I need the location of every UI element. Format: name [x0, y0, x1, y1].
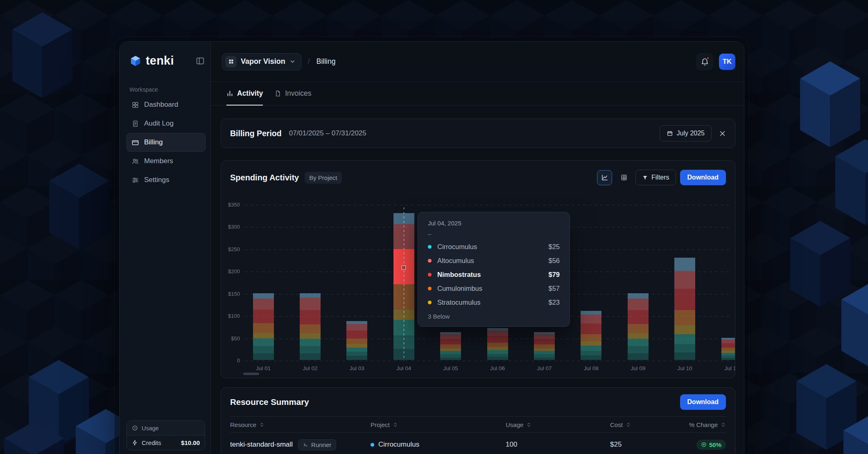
bar-segment[interactable]: [721, 353, 735, 356]
bar-segment[interactable]: [300, 346, 321, 353]
avatar[interactable]: TK: [719, 54, 735, 70]
bar-segment[interactable]: [628, 346, 649, 353]
column-header-project[interactable]: Project: [371, 421, 506, 428]
bar-segment[interactable]: [721, 351, 735, 353]
bar-segment[interactable]: [581, 324, 601, 334]
month-chip[interactable]: July 2025: [660, 125, 712, 142]
bar-segment[interactable]: [253, 299, 274, 310]
download-button[interactable]: Download: [680, 170, 726, 185]
chart-view-button[interactable]: [597, 170, 612, 185]
bar-segment[interactable]: [487, 350, 508, 354]
bar-segment[interactable]: [300, 324, 321, 333]
bar-segment[interactable]: [674, 353, 695, 360]
close-icon[interactable]: [719, 130, 726, 137]
bar-segment[interactable]: [487, 336, 508, 342]
bar-segment[interactable]: [346, 321, 367, 324]
bar-segment[interactable]: [487, 357, 508, 360]
bar-segment[interactable]: [581, 311, 601, 315]
bar-segment[interactable]: [628, 324, 649, 333]
bar-segment[interactable]: [440, 334, 461, 339]
bar-segment[interactable]: [674, 271, 695, 289]
table-view-button[interactable]: [616, 170, 631, 185]
bar-segment[interactable]: [721, 343, 735, 348]
bar-segment[interactable]: [440, 332, 461, 334]
bar-segment[interactable]: [440, 351, 461, 354]
bar-segment[interactable]: [534, 344, 555, 348]
bar-segment[interactable]: [253, 353, 274, 360]
bar-segment[interactable]: [534, 354, 555, 357]
workspace-switcher[interactable]: Vapor Vision: [222, 53, 301, 70]
bar-segment[interactable]: [721, 358, 735, 360]
spending-chart[interactable]: $350$300$250$200$150$100$500Jul 01Jul 02…: [221, 198, 735, 378]
bar-segment[interactable]: [581, 334, 601, 341]
bar-segment[interactable]: [300, 310, 321, 324]
bar-segment[interactable]: [674, 258, 695, 271]
bar-segment[interactable]: [581, 351, 601, 355]
tab-activity[interactable]: Activity: [226, 82, 263, 105]
bar-segment[interactable]: [721, 339, 735, 343]
column-header-usage[interactable]: Usage: [506, 421, 610, 428]
bar-segment[interactable]: [674, 344, 695, 353]
bar-segment[interactable]: [487, 328, 508, 331]
bar-segment[interactable]: [346, 344, 367, 348]
bar-segment[interactable]: [346, 348, 367, 352]
tab-invoices[interactable]: Invoices: [274, 82, 311, 105]
bar-segment[interactable]: [487, 330, 508, 336]
bar-segment[interactable]: [346, 352, 367, 356]
column-header-cost[interactable]: Cost: [610, 421, 684, 428]
bar-segment[interactable]: [674, 325, 695, 334]
sidebar-item-dashboard[interactable]: Dashboard: [127, 95, 206, 114]
sidebar-collapse-icon[interactable]: [196, 56, 205, 65]
bar-segment[interactable]: [628, 293, 649, 299]
bar-segment[interactable]: [253, 293, 274, 299]
credits-row[interactable]: Credits $10.00: [127, 435, 205, 450]
bar-segment[interactable]: [628, 299, 649, 310]
bar-segment[interactable]: [487, 354, 508, 357]
bar-segment[interactable]: [628, 310, 649, 324]
bar-segment[interactable]: [721, 348, 735, 351]
bar-segment[interactable]: [346, 339, 367, 344]
bar-segment[interactable]: [534, 357, 555, 360]
bar-segment[interactable]: [440, 339, 461, 344]
bar-segment[interactable]: [346, 356, 367, 360]
bar-segment[interactable]: [300, 353, 321, 360]
bar-segment[interactable]: [534, 334, 555, 339]
bar-segment[interactable]: [581, 315, 601, 324]
bar-segment[interactable]: [628, 339, 649, 346]
bar-segment[interactable]: [674, 310, 695, 325]
bar-segment[interactable]: [581, 346, 601, 351]
bar-segment[interactable]: [721, 355, 735, 357]
bar-segment[interactable]: [440, 357, 461, 360]
bar-segment[interactable]: [534, 332, 555, 334]
bar-segment[interactable]: [253, 323, 274, 333]
bar-segment[interactable]: [300, 333, 321, 339]
sidebar-item-settings[interactable]: Settings: [127, 171, 206, 189]
filters-button[interactable]: Filters: [635, 170, 676, 185]
column-header-resource[interactable]: Resource: [230, 421, 371, 428]
bar-segment[interactable]: [534, 348, 555, 351]
sidebar-item-billing[interactable]: Billing: [127, 133, 206, 152]
bar-segment[interactable]: [534, 339, 555, 344]
bar-segment[interactable]: [487, 347, 508, 350]
bar-segment[interactable]: [253, 310, 274, 323]
table-row[interactable]: tenki-standard-smallRunnerCirrocumulus10…: [230, 433, 726, 454]
bar-segment[interactable]: [300, 293, 321, 298]
bar-segment[interactable]: [581, 341, 601, 346]
bar-segment[interactable]: [253, 333, 274, 338]
bar-segment[interactable]: [440, 348, 461, 351]
sidebar-item-audit-log[interactable]: Audit Log: [127, 114, 206, 133]
bar-segment[interactable]: [674, 289, 695, 310]
bar-segment[interactable]: [300, 339, 321, 346]
bar-segment[interactable]: [346, 330, 367, 339]
bar-segment[interactable]: [300, 298, 321, 310]
bar-segment[interactable]: [534, 351, 555, 354]
bar-segment[interactable]: [628, 333, 649, 339]
bar-segment[interactable]: [253, 338, 274, 346]
bar-segment[interactable]: [674, 334, 695, 344]
bar-segment[interactable]: [346, 324, 367, 330]
bar-segment[interactable]: [487, 343, 508, 347]
bar-segment[interactable]: [581, 355, 601, 360]
column-header--change[interactable]: % Change: [684, 421, 726, 428]
bar-segment[interactable]: [253, 346, 274, 353]
download-button-resource[interactable]: Download: [680, 394, 726, 410]
